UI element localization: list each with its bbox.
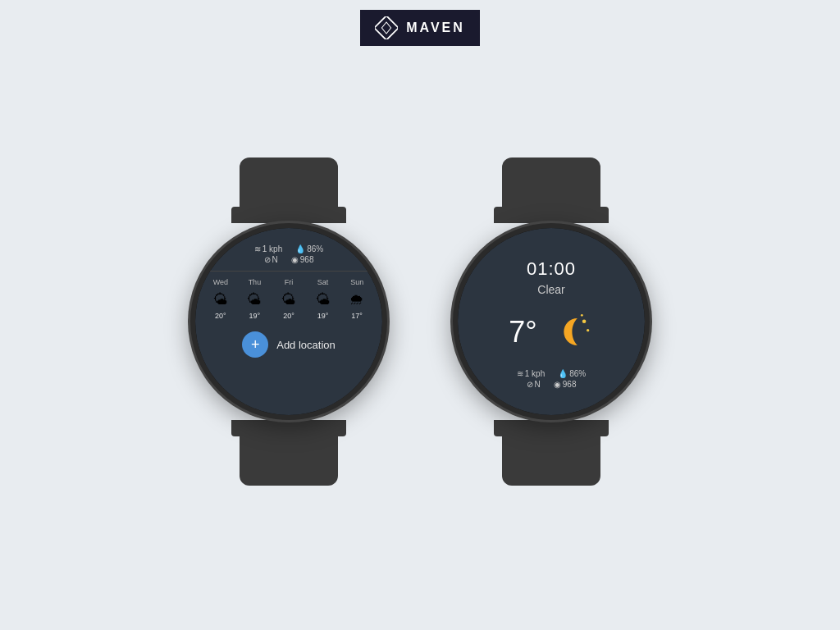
watch-2: 01:00 Clear 7° <box>453 158 650 486</box>
icon-wed: 🌤 <box>206 291 235 308</box>
svg-marker-1 <box>382 22 391 34</box>
pressure-stat-2: ◉ 968 <box>554 380 577 389</box>
direction-icon-2: ⊘ <box>527 380 533 389</box>
icon-sat: 🌤 <box>308 291 338 308</box>
logo-box: MAVEN <box>360 10 480 46</box>
strap-top-2 <box>502 158 600 223</box>
watch-screen-1: ≋ 1 kph 💧 86% ⊘ N <box>195 228 382 415</box>
svg-point-4 <box>581 314 583 317</box>
humidity-stat-2: 💧 86% <box>558 369 586 378</box>
pressure-value: 968 <box>300 255 314 264</box>
icon-sun: 🌧 <box>342 291 372 308</box>
forecast-temps-row: 20° 19° 20° 19° 17° <box>203 312 374 320</box>
humidity-stat: 💧 86% <box>295 244 323 253</box>
wind-value: 1 kph <box>262 244 282 253</box>
watch-crown-2 <box>648 307 650 331</box>
pressure-icon-2: ◉ <box>554 380 561 389</box>
svg-point-3 <box>587 329 589 331</box>
temp-fri: 20° <box>274 312 304 320</box>
wind-stat-2: ≋ 1 kph <box>517 369 545 378</box>
strap-bottom-1 <box>240 420 338 486</box>
temp-wed: 20° <box>206 312 235 320</box>
watch-1: ≋ 1 kph 💧 86% ⊘ N <box>190 158 387 486</box>
icon-fri: 🌤 <box>274 291 304 308</box>
time-display: 01:00 <box>527 258 576 280</box>
wind-icon-2: ≋ <box>517 369 523 378</box>
moon-icon <box>549 309 594 354</box>
add-location-row[interactable]: + Add location <box>242 331 336 358</box>
direction-value: N <box>272 255 278 264</box>
day-wed: Wed <box>206 278 235 286</box>
watch-body-2: 01:00 Clear 7° <box>453 223 650 420</box>
humidity-value: 86% <box>307 244 323 253</box>
watch-crown-1 <box>386 307 387 331</box>
direction-stat-2: ⊘ N <box>527 380 541 389</box>
pressure-value-2: 968 <box>563 380 577 389</box>
stats-bottom-row2: ⊘ N ◉ 968 <box>527 380 577 389</box>
add-location-label: Add location <box>276 339 336 351</box>
condition-display: Clear <box>537 283 564 296</box>
watch-screen-2: 01:00 Clear 7° <box>458 228 645 415</box>
stats-bottom-2: ≋ 1 kph 💧 86% ⊘ N <box>517 369 586 389</box>
strap-top-1 <box>240 158 338 223</box>
temp-thu: 19° <box>240 312 269 320</box>
direction-icon: ⊘ <box>264 255 271 264</box>
maven-logo-icon <box>375 16 398 39</box>
watch-body-1: ≋ 1 kph 💧 86% ⊘ N <box>190 223 387 420</box>
humidity-value-2: 86% <box>569 369 586 378</box>
pressure-stat: ◉ 968 <box>291 255 314 264</box>
stats-row-1: ≋ 1 kph 💧 86% <box>254 244 323 253</box>
svg-rect-0 <box>375 16 398 39</box>
temp-sat: 19° <box>308 312 338 320</box>
day-sun: Sun <box>342 278 372 286</box>
wind-icon: ≋ <box>254 244 261 253</box>
temp-sun: 17° <box>342 312 372 320</box>
temp-moon-row: 7° <box>509 309 593 354</box>
stats-row-2: ⊘ N ◉ 968 <box>264 255 314 264</box>
header: MAVEN <box>360 10 480 46</box>
day-thu: Thu <box>240 278 269 286</box>
humidity-icon: 💧 <box>295 244 305 253</box>
svg-point-2 <box>582 319 586 323</box>
icon-thu: 🌤 <box>240 291 269 308</box>
forecast-header: Wed Thu Fri Sat Sun <box>203 278 374 286</box>
forecast-icons-row: 🌤 🌤 🌤 🌤 🌧 <box>203 291 374 308</box>
pressure-icon: ◉ <box>291 255 299 264</box>
strap-bottom-2 <box>502 420 600 486</box>
direction-stat: ⊘ N <box>264 255 278 264</box>
humidity-icon-2: 💧 <box>558 369 568 378</box>
add-location-button[interactable]: + <box>242 331 268 358</box>
wind-stat: ≋ 1 kph <box>254 244 282 253</box>
stats-top-1: ≋ 1 kph 💧 86% ⊘ N <box>254 244 323 264</box>
direction-value-2: N <box>535 380 541 389</box>
day-fri: Fri <box>274 278 304 286</box>
day-sat: Sat <box>308 278 338 286</box>
main-content: ≋ 1 kph 💧 86% ⊘ N <box>190 46 650 630</box>
stats-bottom-row1: ≋ 1 kph 💧 86% <box>517 369 586 378</box>
brand-name: MAVEN <box>406 21 465 35</box>
forecast-table: Wed Thu Fri Sat Sun 🌤 🌤 🌤 🌤 🌧 2 <box>203 271 374 320</box>
big-temperature: 7° <box>509 315 536 349</box>
wind-value-2: 1 kph <box>525 369 545 378</box>
